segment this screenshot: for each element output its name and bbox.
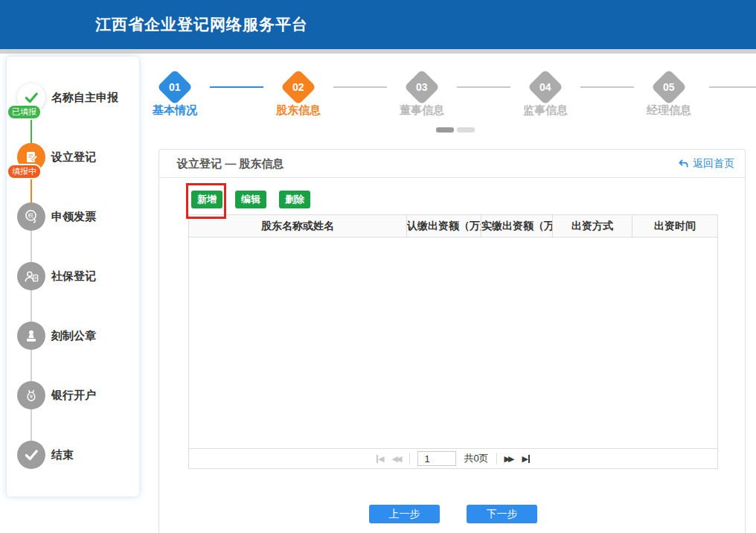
previous-page-button[interactable]: ◀◀	[391, 455, 402, 463]
column-header-contribution-method: 出资方式	[552, 215, 632, 237]
column-header-contribution-time: 出资时间	[632, 215, 717, 237]
header-divider	[0, 49, 756, 54]
page-number-input[interactable]	[417, 451, 456, 466]
table-body-empty	[188, 237, 718, 448]
edit-button[interactable]: 编辑	[235, 191, 266, 208]
step-03-label: 董事信息	[377, 103, 467, 118]
sidebar-item-bank-account[interactable]: ¥ 银行开户	[7, 366, 139, 425]
sidebar-connector	[31, 350, 32, 382]
step-01-label: 基本情况	[130, 103, 220, 118]
sidebar-connector	[31, 231, 32, 263]
form-step-indicator: 01 基本情况 02 股东信息 03 董事信息 04 监事信息 05 经理信息	[0, 56, 756, 141]
step-04-diamond[interactable]: 04	[528, 69, 563, 105]
pager-divider	[409, 453, 410, 465]
step-02-label: 股东信息	[254, 103, 343, 118]
column-header-shareholder-name: 股东名称或姓名	[189, 215, 406, 237]
sidebar-item-label: 银行开户	[51, 366, 96, 425]
svg-text:¥: ¥	[30, 394, 33, 400]
shareholder-info-panel: 设立登记 — 股东信息 返回首页 新增 编辑 删除 股东名称或姓名 认缴出资额（…	[158, 149, 746, 533]
finish-check-icon	[17, 441, 45, 469]
back-arrow-icon	[678, 159, 689, 170]
step-connector	[457, 86, 510, 88]
svg-text:税: 税	[28, 212, 34, 219]
app-window: 江西省企业登记网络服务平台 已填报 名称自主申报 填报中 设立登记	[0, 0, 756, 533]
sidebar-item-label: 刻制公章	[51, 306, 96, 366]
next-step-button[interactable]: 下一步	[467, 505, 537, 523]
step-04-label: 监事信息	[501, 103, 590, 118]
status-badge-filling: 填报中	[7, 164, 42, 179]
sidebar-item-label: 结束	[51, 425, 74, 485]
top-header: 江西省企业登记网络服务平台	[0, 0, 756, 49]
column-header-subscribed-capital: 认缴出资额（万元	[406, 215, 481, 237]
sidebar-item-social-security[interactable]: 社保登记	[7, 246, 139, 306]
step-connector	[709, 86, 756, 88]
tax-invoice-icon: 税	[17, 202, 45, 231]
stepper-page-dash[interactable]	[457, 127, 475, 133]
sidebar-item-label: 社保登记	[51, 246, 96, 306]
app-title: 江西省企业登记网络服务平台	[95, 0, 308, 49]
sidebar-connector	[31, 290, 32, 322]
next-page-button[interactable]: ▶▶	[504, 455, 515, 463]
pagination-bar: ◀ ◀◀ 共0页 ▶▶ ▶	[188, 448, 718, 469]
pager-divider	[496, 453, 497, 465]
table-toolbar: 新增 编辑 删除	[191, 191, 310, 208]
form-navigation: 上一步 下一步	[188, 505, 718, 523]
back-link-label: 返回首页	[693, 157, 734, 170]
step-03-diamond[interactable]: 03	[404, 69, 440, 105]
sidebar-connector	[31, 409, 32, 441]
back-to-home-link[interactable]: 返回首页	[678, 150, 734, 178]
add-button[interactable]: 新增	[191, 191, 222, 208]
official-seal-icon	[17, 322, 45, 350]
step-connector	[333, 86, 387, 88]
sidebar-item-label: 申领发票	[51, 187, 96, 246]
step-05-diamond[interactable]: 05	[651, 69, 687, 105]
panel-title: 设立登记 — 股东信息	[177, 150, 284, 178]
first-page-button[interactable]: ◀	[377, 455, 384, 463]
panel-header: 设立登记 — 股东信息 返回首页	[159, 150, 745, 178]
step-connector	[580, 86, 634, 88]
column-header-paid-capital: 实缴出资额（万元	[481, 215, 552, 237]
status-badge-filed: 已填报	[7, 104, 42, 120]
sidebar-item-seal-engraving[interactable]: 刻制公章	[7, 306, 139, 366]
sidebar-item-invoice-application[interactable]: 税 申领发票	[7, 187, 139, 246]
step-05-label: 经理信息	[624, 103, 714, 118]
social-security-icon	[17, 262, 45, 290]
table-header-row: 股东名称或姓名 认缴出资额（万元 实缴出资额（万元 出资方式 出资时间	[188, 214, 718, 237]
delete-button[interactable]: 删除	[279, 191, 310, 208]
stepper-page-dash-active[interactable]	[436, 127, 454, 133]
previous-step-button[interactable]: 上一步	[369, 505, 440, 523]
shareholder-table: 股东名称或姓名 认缴出资额（万元 实缴出资额（万元 出资方式 出资时间 ◀ ◀◀…	[188, 214, 718, 469]
total-pages-label: 共0页	[464, 452, 488, 465]
last-page-button[interactable]: ▶	[522, 455, 530, 463]
sidebar-item-finish[interactable]: 结束	[7, 425, 139, 485]
step-connector	[210, 86, 263, 88]
step-02-diamond[interactable]: 02	[281, 69, 316, 105]
step-01-diamond[interactable]: 01	[157, 69, 193, 105]
money-bag-icon: ¥	[17, 381, 45, 409]
